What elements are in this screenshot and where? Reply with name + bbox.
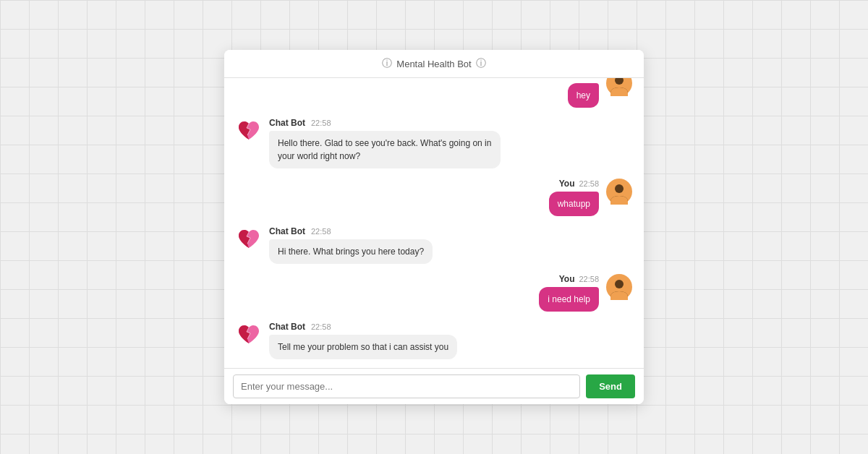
user-bubble: whatupp xyxy=(549,192,599,216)
bot-meta: Chat Bot 22:58 xyxy=(269,226,433,236)
bot-bubble: Tell me your problem so that i can assis… xyxy=(269,335,457,359)
help-icon-left: ⓘ xyxy=(382,57,392,70)
chat-window: ⓘ Mental Health Bot ⓘ MentiHealthBot 22:… xyxy=(224,50,644,404)
bot-meta: Chat Bot 22:58 xyxy=(269,118,501,128)
send-button[interactable]: Send xyxy=(586,374,635,398)
user-bubble-wrap: You 22:58 hey xyxy=(559,78,599,108)
user-time: 22:58 xyxy=(579,78,599,80)
user-time: 22:58 xyxy=(579,275,599,283)
bot-avatar xyxy=(236,118,262,144)
user-time: 22:58 xyxy=(579,179,599,188)
bot-message-row: Chat Bot 22:58 Tell me your problem so t… xyxy=(236,322,632,359)
chat-header-title: Mental Health Bot xyxy=(396,59,471,69)
user-message-row: You 22:58 i need help xyxy=(236,274,632,312)
bot-meta: Chat Bot 22:58 xyxy=(269,322,457,332)
user-bubble-wrap: You 22:58 i need help xyxy=(539,274,599,312)
bot-message-row: Chat Bot 22:58 Hi there. What brings you… xyxy=(236,226,632,264)
bot-bubble-wrap: Chat Bot 22:58 Hello there. Glad to see … xyxy=(269,118,501,168)
user-avatar xyxy=(606,78,632,96)
chat-input-area: Send xyxy=(224,368,644,404)
user-meta: You 22:58 xyxy=(559,179,599,189)
user-name: You xyxy=(559,179,575,189)
user-meta: You 22:58 xyxy=(559,78,599,80)
chat-messages: MentiHealthBot 22:59 Welcome to MentiHea… xyxy=(224,78,644,368)
user-name: You xyxy=(559,274,575,284)
user-name: You xyxy=(559,78,575,80)
user-avatar xyxy=(606,179,632,205)
bot-name: Chat Bot xyxy=(269,226,305,236)
user-message-row: You 22:58 hey xyxy=(236,78,632,108)
bot-name: Chat Bot xyxy=(269,118,305,128)
user-avatar xyxy=(606,274,632,300)
user-bubble: hey xyxy=(568,83,599,108)
help-icon-right: ⓘ xyxy=(476,57,486,70)
bot-time: 22:58 xyxy=(311,322,331,331)
svg-point-9 xyxy=(615,184,624,193)
bot-bubble: Hello there. Glad to see you're back. Wh… xyxy=(269,131,501,168)
bot-avatar xyxy=(236,226,262,252)
user-meta: You 22:58 xyxy=(559,274,599,284)
bot-message-row: Chat Bot 22:58 Hello there. Glad to see … xyxy=(236,118,632,168)
message-input[interactable] xyxy=(233,374,580,398)
bot-time: 22:58 xyxy=(311,119,331,127)
user-bubble: i need help xyxy=(539,287,599,312)
bot-bubble: Hi there. What brings you here today? xyxy=(269,239,433,264)
bot-bubble-wrap: Chat Bot 22:58 Hi there. What brings you… xyxy=(269,226,433,264)
bot-time: 22:58 xyxy=(311,227,331,236)
bot-bubble-wrap: Chat Bot 22:58 Tell me your problem so t… xyxy=(269,322,457,359)
chat-header: ⓘ Mental Health Bot ⓘ xyxy=(224,50,644,78)
bot-avatar xyxy=(236,322,262,348)
svg-point-14 xyxy=(615,280,624,288)
user-message-row: You 22:58 whatupp xyxy=(236,179,632,216)
bot-name: Chat Bot xyxy=(269,322,305,332)
user-bubble-wrap: You 22:58 whatupp xyxy=(549,179,599,216)
